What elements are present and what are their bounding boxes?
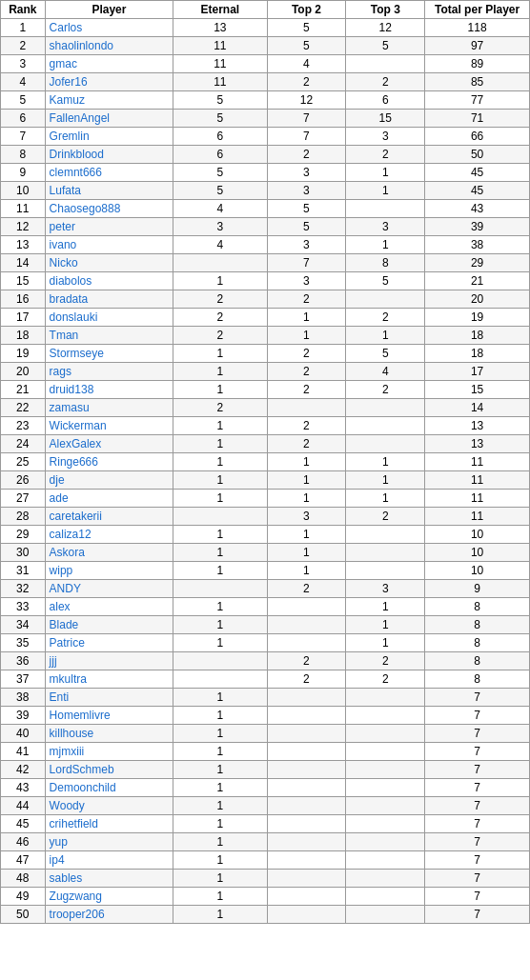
cell-total: 66 bbox=[425, 128, 530, 146]
table-row: 35Patrice118 bbox=[1, 634, 530, 652]
cell-top3: 2 bbox=[346, 670, 425, 689]
cell-player: Nicko bbox=[45, 254, 173, 272]
cell-top2 bbox=[267, 743, 346, 761]
cell-top3 bbox=[346, 562, 425, 580]
cell-player: Kamuz bbox=[45, 91, 173, 110]
cell-top2 bbox=[267, 689, 346, 707]
cell-top3 bbox=[346, 200, 425, 218]
cell-top2: 3 bbox=[267, 508, 346, 526]
cell-rank: 7 bbox=[1, 128, 46, 146]
table-row: 48sables17 bbox=[1, 870, 530, 888]
cell-total: 7 bbox=[425, 815, 530, 833]
cell-top3 bbox=[346, 815, 425, 833]
header-top3: Top 3 bbox=[346, 1, 425, 19]
cell-total: 18 bbox=[425, 345, 530, 363]
cell-top2: 2 bbox=[267, 381, 346, 399]
cell-top3 bbox=[346, 526, 425, 544]
table-row: 26dje11111 bbox=[1, 471, 530, 490]
cell-total: 8 bbox=[425, 598, 530, 616]
cell-top2 bbox=[267, 906, 346, 924]
cell-eternal: 1 bbox=[173, 598, 267, 616]
cell-top3 bbox=[346, 55, 425, 73]
cell-rank: 26 bbox=[1, 471, 46, 490]
cell-total: 118 bbox=[425, 19, 530, 37]
cell-player: Homemlivre bbox=[45, 707, 173, 725]
cell-top3: 1 bbox=[346, 236, 425, 254]
cell-top3: 6 bbox=[346, 91, 425, 110]
cell-player: clemnt666 bbox=[45, 164, 173, 182]
cell-eternal: 1 bbox=[173, 815, 267, 833]
header-player: Player bbox=[45, 1, 173, 19]
header-eternal: Eternal bbox=[173, 1, 267, 19]
cell-rank: 44 bbox=[1, 797, 46, 815]
cell-total: 8 bbox=[425, 634, 530, 652]
cell-player: shaolinlondo bbox=[45, 37, 173, 55]
cell-top3: 3 bbox=[346, 218, 425, 236]
cell-top3: 5 bbox=[346, 37, 425, 55]
cell-player: Jofer16 bbox=[45, 73, 173, 91]
cell-top2 bbox=[267, 399, 346, 417]
cell-eternal: 3 bbox=[173, 218, 267, 236]
cell-rank: 13 bbox=[1, 236, 46, 254]
table-row: 5Kamuz512677 bbox=[1, 91, 530, 110]
cell-rank: 23 bbox=[1, 417, 46, 435]
cell-rank: 43 bbox=[1, 779, 46, 797]
cell-player: wipp bbox=[45, 562, 173, 580]
cell-eternal: 1 bbox=[173, 381, 267, 399]
cell-rank: 35 bbox=[1, 634, 46, 652]
cell-rank: 50 bbox=[1, 906, 46, 924]
cell-player: Patrice bbox=[45, 634, 173, 652]
table-row: 39Homemlivre17 bbox=[1, 707, 530, 725]
cell-rank: 8 bbox=[1, 146, 46, 164]
cell-top2: 3 bbox=[267, 272, 346, 290]
cell-eternal: 1 bbox=[173, 779, 267, 797]
cell-eternal bbox=[173, 580, 267, 598]
cell-rank: 32 bbox=[1, 580, 46, 598]
cell-rank: 46 bbox=[1, 833, 46, 851]
cell-eternal: 1 bbox=[173, 471, 267, 490]
cell-top3 bbox=[346, 779, 425, 797]
cell-player: Enti bbox=[45, 689, 173, 707]
cell-player: jjj bbox=[45, 652, 173, 670]
cell-total: 10 bbox=[425, 562, 530, 580]
cell-player: sables bbox=[45, 870, 173, 888]
cell-player: gmac bbox=[45, 55, 173, 73]
cell-player: LordSchmeb bbox=[45, 761, 173, 779]
cell-top2: 1 bbox=[267, 327, 346, 345]
cell-top2: 4 bbox=[267, 55, 346, 73]
cell-total: 45 bbox=[425, 182, 530, 200]
cell-top3: 2 bbox=[346, 381, 425, 399]
cell-rank: 10 bbox=[1, 182, 46, 200]
cell-top3: 2 bbox=[346, 146, 425, 164]
table-row: 40killhouse17 bbox=[1, 725, 530, 743]
table-row: 42LordSchmeb17 bbox=[1, 761, 530, 779]
cell-player: Chaosego888 bbox=[45, 200, 173, 218]
cell-player: Wickerman bbox=[45, 417, 173, 435]
cell-eternal: 1 bbox=[173, 689, 267, 707]
cell-top3 bbox=[346, 725, 425, 743]
cell-eternal: 2 bbox=[173, 290, 267, 309]
cell-eternal: 1 bbox=[173, 272, 267, 290]
cell-rank: 4 bbox=[1, 73, 46, 91]
cell-rank: 45 bbox=[1, 815, 46, 833]
cell-top3 bbox=[346, 797, 425, 815]
cell-total: 7 bbox=[425, 779, 530, 797]
cell-player: killhouse bbox=[45, 725, 173, 743]
cell-rank: 20 bbox=[1, 363, 46, 381]
cell-rank: 22 bbox=[1, 399, 46, 417]
cell-total: 8 bbox=[425, 652, 530, 670]
cell-player: rags bbox=[45, 363, 173, 381]
cell-top3: 5 bbox=[346, 345, 425, 363]
cell-total: 11 bbox=[425, 508, 530, 526]
cell-top2 bbox=[267, 779, 346, 797]
cell-rank: 21 bbox=[1, 381, 46, 399]
cell-total: 7 bbox=[425, 906, 530, 924]
cell-top2: 3 bbox=[267, 164, 346, 182]
cell-rank: 42 bbox=[1, 761, 46, 779]
cell-player: Gremlin bbox=[45, 128, 173, 146]
header-total: Total per Player bbox=[425, 1, 530, 19]
cell-player: crihetfield bbox=[45, 815, 173, 833]
cell-top2: 2 bbox=[267, 73, 346, 91]
cell-total: 19 bbox=[425, 309, 530, 327]
cell-top3: 2 bbox=[346, 309, 425, 327]
